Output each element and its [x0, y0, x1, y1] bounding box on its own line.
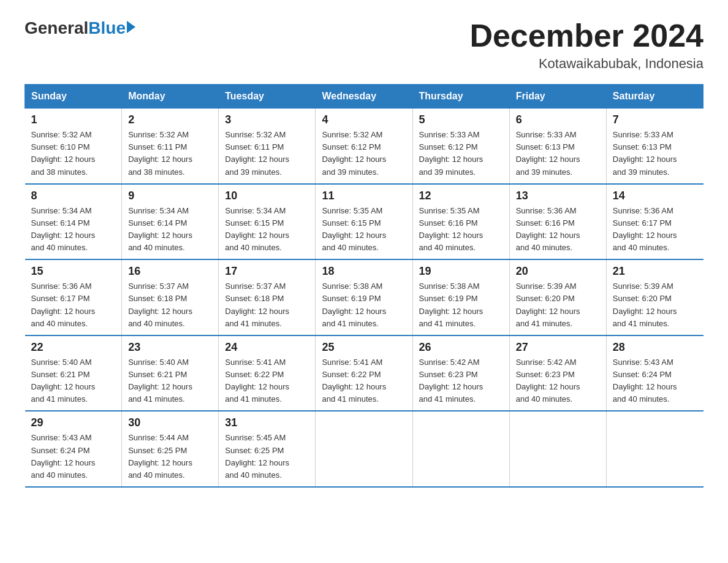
day-number: 14	[613, 190, 697, 202]
week-row-1: 1 Sunrise: 5:32 AMSunset: 6:10 PMDayligh…	[25, 109, 703, 184]
calendar-table: SundayMondayTuesdayWednesdayThursdayFrid…	[25, 84, 703, 488]
day-cell: 9 Sunrise: 5:34 AMSunset: 6:14 PMDayligh…	[122, 184, 219, 260]
title-area: December 2024 Kotawaikabubak, Indonesia	[469, 18, 703, 72]
day-number: 9	[128, 190, 212, 202]
day-info: Sunrise: 5:38 AMSunset: 6:19 PMDaylight:…	[419, 280, 503, 330]
day-info: Sunrise: 5:43 AMSunset: 6:24 PMDaylight:…	[31, 432, 116, 481]
day-info: Sunrise: 5:34 AMSunset: 6:14 PMDaylight:…	[128, 205, 212, 255]
day-info: Sunrise: 5:38 AMSunset: 6:19 PMDaylight:…	[322, 280, 406, 330]
day-number: 16	[128, 265, 212, 278]
day-number: 1	[31, 113, 116, 126]
day-number: 2	[128, 113, 212, 126]
header-cell-thursday: Thursday	[412, 85, 509, 109]
day-cell: 1 Sunrise: 5:32 AMSunset: 6:10 PMDayligh…	[25, 109, 122, 184]
day-info: Sunrise: 5:34 AMSunset: 6:14 PMDaylight:…	[31, 205, 116, 255]
day-cell: 14 Sunrise: 5:36 AMSunset: 6:17 PMDaylig…	[606, 184, 703, 260]
day-number: 6	[516, 113, 600, 126]
day-cell: 10 Sunrise: 5:34 AMSunset: 6:15 PMDaylig…	[219, 184, 316, 260]
day-info: Sunrise: 5:37 AMSunset: 6:18 PMDaylight:…	[225, 280, 309, 330]
day-cell: 17 Sunrise: 5:37 AMSunset: 6:18 PMDaylig…	[219, 259, 316, 335]
day-number: 8	[31, 190, 116, 202]
day-cell: 22 Sunrise: 5:40 AMSunset: 6:21 PMDaylig…	[25, 335, 122, 412]
day-info: Sunrise: 5:41 AMSunset: 6:22 PMDaylight:…	[322, 356, 406, 406]
day-info: Sunrise: 5:32 AMSunset: 6:10 PMDaylight:…	[31, 129, 116, 178]
day-number: 27	[516, 341, 600, 354]
day-info: Sunrise: 5:35 AMSunset: 6:15 PMDaylight:…	[322, 205, 406, 255]
day-number: 26	[419, 341, 503, 354]
day-info: Sunrise: 5:39 AMSunset: 6:20 PMDaylight:…	[613, 280, 697, 330]
day-info: Sunrise: 5:42 AMSunset: 6:23 PMDaylight:…	[516, 356, 600, 406]
day-number: 25	[322, 341, 406, 354]
week-row-2: 8 Sunrise: 5:34 AMSunset: 6:14 PMDayligh…	[25, 184, 703, 260]
calendar-title: December 2024	[469, 18, 703, 53]
day-cell: 31 Sunrise: 5:45 AMSunset: 6:25 PMDaylig…	[219, 411, 316, 487]
day-cell	[412, 411, 509, 487]
day-number: 21	[613, 265, 697, 278]
day-cell: 5 Sunrise: 5:33 AMSunset: 6:12 PMDayligh…	[412, 109, 509, 184]
day-info: Sunrise: 5:35 AMSunset: 6:16 PMDaylight:…	[419, 205, 503, 255]
day-info: Sunrise: 5:33 AMSunset: 6:13 PMDaylight:…	[613, 129, 697, 178]
day-info: Sunrise: 5:44 AMSunset: 6:25 PMDaylight:…	[128, 432, 212, 481]
logo-triangle-icon	[127, 21, 135, 33]
day-info: Sunrise: 5:36 AMSunset: 6:17 PMDaylight:…	[613, 205, 697, 255]
day-info: Sunrise: 5:41 AMSunset: 6:22 PMDaylight:…	[225, 356, 309, 406]
day-number: 12	[419, 190, 503, 202]
header-cell-monday: Monday	[122, 85, 219, 109]
day-cell: 26 Sunrise: 5:42 AMSunset: 6:23 PMDaylig…	[412, 335, 509, 412]
week-row-3: 15 Sunrise: 5:36 AMSunset: 6:17 PMDaylig…	[25, 259, 703, 335]
day-cell: 19 Sunrise: 5:38 AMSunset: 6:19 PMDaylig…	[412, 259, 509, 335]
calendar-header: SundayMondayTuesdayWednesdayThursdayFrid…	[25, 85, 703, 109]
day-info: Sunrise: 5:42 AMSunset: 6:23 PMDaylight:…	[419, 356, 503, 406]
day-cell: 4 Sunrise: 5:32 AMSunset: 6:12 PMDayligh…	[316, 109, 412, 184]
day-cell: 28 Sunrise: 5:43 AMSunset: 6:24 PMDaylig…	[606, 335, 703, 412]
day-number: 22	[31, 341, 116, 354]
header-cell-tuesday: Tuesday	[219, 85, 316, 109]
day-number: 5	[419, 113, 503, 126]
day-cell	[509, 411, 606, 487]
day-number: 24	[225, 341, 309, 354]
day-number: 15	[31, 265, 116, 278]
day-number: 23	[128, 341, 212, 354]
day-info: Sunrise: 5:33 AMSunset: 6:12 PMDaylight:…	[419, 129, 503, 178]
day-cell: 30 Sunrise: 5:44 AMSunset: 6:25 PMDaylig…	[122, 411, 219, 487]
day-cell: 7 Sunrise: 5:33 AMSunset: 6:13 PMDayligh…	[606, 109, 703, 184]
day-info: Sunrise: 5:36 AMSunset: 6:17 PMDaylight:…	[31, 280, 116, 330]
day-cell: 2 Sunrise: 5:32 AMSunset: 6:11 PMDayligh…	[122, 109, 219, 184]
day-info: Sunrise: 5:32 AMSunset: 6:11 PMDaylight:…	[128, 129, 212, 178]
day-number: 11	[322, 190, 406, 202]
day-info: Sunrise: 5:37 AMSunset: 6:18 PMDaylight:…	[128, 280, 212, 330]
day-cell: 13 Sunrise: 5:36 AMSunset: 6:16 PMDaylig…	[509, 184, 606, 260]
day-cell: 12 Sunrise: 5:35 AMSunset: 6:16 PMDaylig…	[412, 184, 509, 260]
header-cell-saturday: Saturday	[606, 85, 703, 109]
day-info: Sunrise: 5:32 AMSunset: 6:12 PMDaylight:…	[322, 129, 406, 178]
day-number: 4	[322, 113, 406, 126]
header-row: SundayMondayTuesdayWednesdayThursdayFrid…	[25, 85, 703, 109]
day-info: Sunrise: 5:45 AMSunset: 6:25 PMDaylight:…	[225, 432, 309, 481]
week-row-5: 29 Sunrise: 5:43 AMSunset: 6:24 PMDaylig…	[25, 411, 703, 487]
day-info: Sunrise: 5:34 AMSunset: 6:15 PMDaylight:…	[225, 205, 309, 255]
day-cell: 21 Sunrise: 5:39 AMSunset: 6:20 PMDaylig…	[606, 259, 703, 335]
day-cell	[606, 411, 703, 487]
day-cell: 6 Sunrise: 5:33 AMSunset: 6:13 PMDayligh…	[509, 109, 606, 184]
page-header: General Blue December 2024 Kotawaikabuba…	[25, 18, 703, 72]
day-cell: 16 Sunrise: 5:37 AMSunset: 6:18 PMDaylig…	[122, 259, 219, 335]
logo-general-text: General	[25, 18, 88, 38]
header-cell-sunday: Sunday	[25, 85, 122, 109]
logo-blue-part: Blue	[88, 18, 135, 38]
day-cell: 27 Sunrise: 5:42 AMSunset: 6:23 PMDaylig…	[509, 335, 606, 412]
day-cell: 29 Sunrise: 5:43 AMSunset: 6:24 PMDaylig…	[25, 411, 122, 487]
day-info: Sunrise: 5:39 AMSunset: 6:20 PMDaylight:…	[516, 280, 600, 330]
day-number: 19	[419, 265, 503, 278]
week-row-4: 22 Sunrise: 5:40 AMSunset: 6:21 PMDaylig…	[25, 335, 703, 412]
day-number: 30	[128, 416, 212, 429]
day-cell: 15 Sunrise: 5:36 AMSunset: 6:17 PMDaylig…	[25, 259, 122, 335]
day-info: Sunrise: 5:40 AMSunset: 6:21 PMDaylight:…	[128, 356, 212, 406]
day-cell: 8 Sunrise: 5:34 AMSunset: 6:14 PMDayligh…	[25, 184, 122, 260]
logo-blue-text: Blue	[88, 18, 126, 38]
header-cell-friday: Friday	[509, 85, 606, 109]
day-number: 17	[225, 265, 309, 278]
day-cell	[316, 411, 412, 487]
day-info: Sunrise: 5:36 AMSunset: 6:16 PMDaylight:…	[516, 205, 600, 255]
day-number: 18	[322, 265, 406, 278]
day-cell: 18 Sunrise: 5:38 AMSunset: 6:19 PMDaylig…	[316, 259, 412, 335]
